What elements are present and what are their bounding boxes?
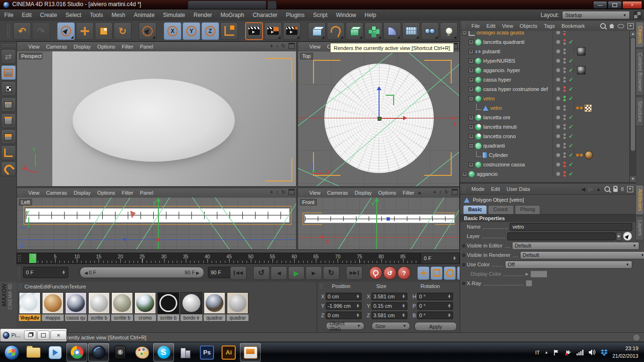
language-indicator[interactable]: IT (535, 350, 540, 355)
add-camera-button[interactable] (421, 22, 439, 40)
section-header[interactable]: Basic Properties (460, 214, 636, 222)
visibility-dots[interactable]: ✓ (556, 114, 574, 121)
visibility-dot[interactable] (563, 58, 566, 60)
lock-icon[interactable] (613, 189, 618, 192)
editor-render-dots[interactable] (563, 105, 566, 111)
visibility-dots[interactable]: ✓ (556, 142, 574, 149)
play-cycle-button[interactable]: ↻ (323, 266, 339, 280)
material-menu-edit[interactable]: Edit (40, 284, 49, 289)
perspective-canvas[interactable]: Perspective Y X (17, 51, 296, 186)
layer-dot[interactable] (556, 115, 560, 119)
editor-render-dots[interactable] (563, 48, 566, 55)
mini-close-button[interactable]: ✕ (50, 330, 66, 340)
perspective-viewport-menu-view[interactable]: View (25, 44, 43, 49)
editor-render-dots[interactable] (563, 86, 566, 92)
menu-mograph[interactable]: MoGraph (216, 12, 248, 18)
layer-dot[interactable] (556, 59, 560, 63)
visibility-dots[interactable]: ✓ (556, 161, 574, 168)
name-field[interactable]: vetro (510, 223, 632, 231)
front-viewport-menu-view[interactable]: View (306, 190, 324, 196)
timeline-ruler[interactable]: 051015202530354045505560657075808590 0 F… (17, 253, 460, 264)
material-menu-create[interactable]: Create (25, 284, 40, 289)
layer-dot[interactable] (556, 31, 560, 34)
visibility-dot[interactable] (563, 99, 566, 101)
search-icon[interactable] (600, 23, 606, 29)
object-manager-menu-tags[interactable]: Tags (541, 23, 558, 29)
media-player-app[interactable] (45, 343, 66, 362)
add-panel-icon[interactable]: + (627, 23, 634, 29)
tag-dot-icon[interactable] (580, 154, 583, 156)
picture-viewer-mini-window[interactable]: Pi... ✕ (0, 329, 67, 342)
last-used-tool-button[interactable] (139, 22, 157, 40)
background-window-tab-close[interactable] (267, 0, 277, 9)
expand-icon[interactable]: + (469, 40, 474, 45)
visibility-dot[interactable] (563, 105, 566, 107)
editor-render-dots[interactable] (563, 161, 566, 168)
front-canvas[interactable]: Front Y X (298, 197, 459, 249)
photoshop-app[interactable]: Ps (197, 343, 217, 362)
autokeying-button[interactable]: ↺ (383, 266, 396, 280)
material-item[interactable]: quadrar (227, 292, 248, 321)
layer-dot[interactable] (556, 153, 560, 157)
add-deformer-button[interactable] (383, 22, 401, 40)
object-manager-menu-bookmark[interactable]: Bookmark (558, 23, 588, 29)
coordinates-grip[interactable] (319, 283, 323, 289)
spinner-icon[interactable]: ▲▼ (356, 304, 360, 308)
object-manager-menu-view[interactable]: View (499, 23, 517, 29)
material-item[interactable]: scritte b (157, 292, 179, 321)
viewport-pan-icon[interactable]: + (270, 189, 273, 195)
goto-start-button[interactable]: ◀◀ (230, 266, 247, 280)
layout-grid-icon[interactable] (634, 11, 641, 19)
collapse-icon[interactable]: − (469, 96, 474, 101)
side-tab-structure[interactable]: Structure (636, 97, 644, 126)
visibility-dot[interactable] (563, 118, 566, 120)
editor-render-dots[interactable] (563, 123, 566, 130)
editor-render-dots[interactable] (563, 95, 566, 102)
coordinate-field[interactable]: 0 °▲▼ (417, 312, 453, 319)
spinner-icon[interactable]: ▲▼ (402, 304, 405, 308)
viewport-zoom-icon[interactable]: ↕ (276, 43, 279, 49)
convert-object-button[interactable]: ⇄ (1, 49, 16, 64)
attribute-manager-grip[interactable] (462, 186, 466, 192)
add-environment-button[interactable] (402, 22, 420, 40)
enabled-check-icon[interactable]: ✓ (569, 171, 574, 177)
viewport-rotate-icon[interactable]: ↻ (445, 189, 449, 195)
layer-dot[interactable] (556, 40, 560, 44)
current-frame-box[interactable]: 0 F ▲▼ (421, 253, 459, 263)
start-frame-spinner[interactable]: 0 F▲▼ (23, 267, 68, 278)
skype-app[interactable]: S (153, 343, 174, 362)
spinner-icon[interactable]: ▲▼ (356, 295, 360, 299)
left-viewport-menu-panel[interactable]: Panel (137, 190, 157, 196)
previous-frame-button[interactable]: ◀ (271, 266, 287, 280)
animation-dot-icon[interactable] (462, 282, 465, 285)
add-generator-button[interactable] (346, 22, 363, 40)
menu-render[interactable]: Render (190, 12, 216, 18)
visibility-dot[interactable] (563, 33, 566, 35)
visibility-dot[interactable] (563, 67, 566, 70)
material-item[interactable]: cromo (134, 292, 156, 321)
perspective-viewport-menu-filter[interactable]: Filter (118, 44, 136, 49)
object-row[interactable]: +cassa hyper✓ (460, 75, 629, 84)
front-viewport-menu-display[interactable]: Display (351, 190, 375, 196)
render-picture-viewer-button[interactable] (264, 22, 282, 40)
volume-icon[interactable] (589, 349, 596, 355)
polygons-mode-button[interactable] (1, 129, 16, 144)
mode-toolbar-grip[interactable] (1, 43, 16, 47)
coordinate-field[interactable]: 3.581 cm▲▼ (372, 312, 407, 319)
snap-settings-button[interactable] (1, 161, 16, 176)
visibility-dot[interactable] (563, 127, 566, 130)
object-row[interactable]: +HyperNURBS✓ (460, 56, 629, 66)
visibility-dot[interactable] (563, 124, 566, 126)
expand-icon[interactable]: + (469, 115, 474, 120)
visibility-dot[interactable] (563, 165, 566, 167)
record-keyframe-button[interactable] (369, 266, 382, 280)
mini-restore-button[interactable] (24, 330, 36, 340)
editor-render-dots[interactable] (563, 133, 566, 140)
viewport-grip[interactable] (19, 43, 23, 50)
viewport-grip[interactable] (19, 189, 23, 196)
visibility-dot[interactable] (563, 90, 566, 92)
material-menu-texture[interactable]: Texture (69, 284, 86, 289)
rotate-button[interactable]: ↻ (114, 22, 132, 40)
expand-icon[interactable]: + (469, 134, 474, 139)
animation-dot-icon[interactable] (462, 254, 465, 257)
